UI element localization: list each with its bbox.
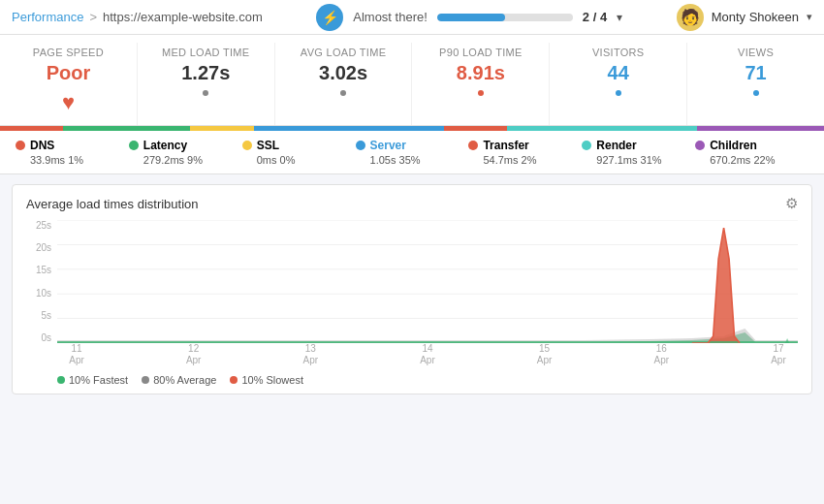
metric-value: 3.02s — [319, 62, 367, 84]
chart-legend-label: 80% Average — [153, 374, 216, 386]
breadcrumb-url: https://example-website.com — [103, 10, 263, 24]
color-strip — [0, 126, 824, 131]
y-axis-label: 5s — [26, 310, 55, 321]
chart-legend: 10% Fastest80% Average10% Slowest — [26, 370, 798, 388]
y-axis-label: 25s — [26, 220, 55, 231]
chart-section: Average load times distribution ⚙ 25s20s… — [12, 184, 812, 394]
legend-name: Render — [596, 139, 636, 152]
x-axis-label: 11Apr — [57, 343, 96, 370]
gear-icon[interactable]: ⚙ — [785, 195, 798, 212]
chart-legend-dot-icon — [230, 376, 238, 384]
metric-card: Visitors44 — [550, 43, 687, 125]
legend-header: DNS — [16, 139, 129, 152]
legend-header: SSL — [242, 139, 356, 152]
legend-dot-icon — [356, 141, 365, 150]
metric-label: Med Load Time — [162, 47, 250, 58]
metric-label: Page Speed — [33, 47, 104, 58]
legend-item: SSL0ms 0% — [242, 139, 356, 166]
y-axis-label: 20s — [26, 242, 55, 253]
legend-item: Children670.2ms 22% — [695, 139, 808, 166]
progress-bar-fill — [437, 14, 505, 21]
legend-dot-icon — [242, 141, 252, 150]
metric-value: 8.91s — [457, 62, 505, 84]
x-axis-label: 14Apr — [408, 343, 447, 370]
color-strip-segment — [444, 126, 507, 131]
metric-label: p90 Load Time — [439, 47, 523, 58]
chart-legend-item: 80% Average — [142, 374, 216, 386]
breadcrumb: Performance > https://example-website.co… — [12, 10, 263, 24]
metric-dot — [753, 90, 759, 96]
chart-header: Average load times distribution ⚙ — [26, 195, 798, 212]
legend-header: Server — [356, 139, 469, 152]
legend-values: 0ms 0% — [242, 154, 356, 166]
lightning-icon: ⚡ — [316, 4, 343, 31]
user-chevron-icon[interactable]: ▾ — [807, 11, 812, 23]
legend-values: 279.2ms 9% — [129, 154, 242, 166]
metric-dot — [616, 90, 621, 96]
x-axis-label: 13Apr — [291, 343, 330, 370]
chart-title: Average load times distribution — [26, 197, 199, 211]
metric-dot — [203, 90, 208, 96]
x-axis-label: 17Apr — [759, 343, 798, 370]
legend-dot-icon — [582, 141, 591, 150]
chart-svg — [57, 220, 798, 343]
legend-name[interactable]: Server — [370, 139, 406, 152]
legend-dot-icon — [129, 141, 139, 150]
breadcrumb-separator: > — [89, 10, 97, 24]
legend-values: 1.05s 35% — [356, 154, 469, 166]
metric-card: Med Load Time1.27s — [138, 43, 275, 125]
breadcrumb-performance-link[interactable]: Performance — [12, 10, 83, 24]
x-axis-label: 12Apr — [174, 343, 213, 370]
user-area[interactable]: 🧑 Monty Shokeen ▾ — [677, 4, 812, 31]
chart-legend-label: 10% Fastest — [69, 374, 128, 386]
chart-legend-item: 10% Fastest — [57, 374, 128, 386]
x-axis: 11Apr12Apr13Apr14Apr15Apr16Apr17Apr — [57, 343, 798, 370]
legend-name: DNS — [30, 139, 54, 152]
color-strip-segment — [507, 126, 697, 131]
legend-values: 54.7ms 2% — [468, 154, 582, 166]
legend-row: DNS33.9ms 1%Latency279.2ms 9%SSL0ms 0%Se… — [0, 131, 824, 174]
progress-label: Almost there! — [353, 10, 428, 24]
legend-header: Latency — [129, 139, 242, 152]
legend-values: 33.9ms 1% — [16, 154, 129, 166]
metric-label: Avg Load Time — [301, 47, 386, 58]
metric-value: 1.27s — [181, 62, 230, 84]
legend-dot-icon — [16, 141, 25, 150]
metric-card: p90 Load Time8.91s — [412, 43, 550, 125]
legend-name: Transfer — [483, 139, 528, 152]
legend-name: SSL — [257, 139, 279, 152]
color-strip-segment — [0, 126, 63, 131]
legend-values: 927.1ms 31% — [582, 154, 695, 166]
metric-value: 44 — [608, 62, 629, 84]
metrics-row: Page SpeedPoor♥Med Load Time1.27sAvg Loa… — [0, 35, 824, 126]
x-axis-label: 15Apr — [525, 343, 564, 370]
progress-bar — [437, 14, 573, 21]
metric-value: Poor — [47, 62, 91, 84]
legend-header: Transfer — [468, 139, 582, 152]
legend-item: DNS33.9ms 1% — [16, 139, 129, 166]
color-strip-segment — [190, 126, 253, 131]
top-bar: Performance > https://example-website.co… — [0, 0, 824, 35]
progress-chevron-icon[interactable]: ▾ — [617, 11, 622, 24]
chart-legend-item: 10% Slowest — [230, 374, 303, 386]
y-axis-label: 10s — [26, 288, 55, 299]
legend-name: Children — [710, 139, 757, 152]
username: Monty Shokeen — [712, 10, 799, 24]
legend-item: Render927.1ms 31% — [582, 139, 695, 166]
y-axis-label: 15s — [26, 265, 55, 275]
chart-legend-label: 10% Slowest — [241, 374, 303, 386]
color-strip-segment — [63, 126, 190, 131]
legend-item: Server1.05s 35% — [356, 139, 469, 166]
x-axis-label: 16Apr — [642, 343, 681, 370]
legend-item: Latency279.2ms 9% — [129, 139, 242, 166]
y-axis-label: 0s — [26, 332, 55, 343]
chart-legend-dot-icon — [142, 376, 149, 384]
legend-item: Transfer54.7ms 2% — [468, 139, 582, 166]
metric-label: Views — [738, 47, 774, 58]
progress-count: 2 / 4 — [583, 10, 607, 24]
legend-dot-icon — [695, 141, 705, 150]
legend-header: Render — [582, 139, 695, 152]
metric-card: Page SpeedPoor♥ — [0, 43, 138, 125]
chart-area: 25s20s15s10s5s0s — [26, 220, 798, 370]
chart-legend-dot-icon — [57, 376, 65, 384]
